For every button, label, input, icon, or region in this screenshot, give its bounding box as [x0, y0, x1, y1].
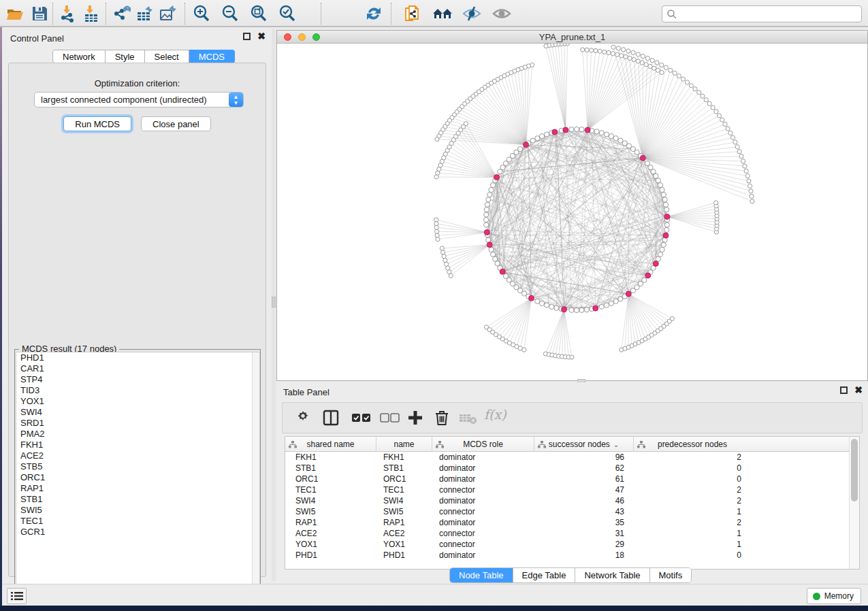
table-row[interactable]: ACE2ACE2connector311	[285, 528, 849, 539]
cell-successor_nodes: 29	[534, 539, 634, 550]
close-panel-icon[interactable]: ✖	[854, 386, 863, 394]
table-row[interactable]: TEC1TEC1connector472	[285, 484, 849, 495]
cell-mcds_role: dominator	[432, 517, 534, 528]
mcds-result-item[interactable]: RAP1	[16, 483, 259, 494]
add-column-icon[interactable]	[406, 409, 424, 428]
mcds-result-item[interactable]: ACE2	[16, 450, 259, 461]
columns-icon[interactable]	[322, 409, 340, 428]
close-panel-icon[interactable]: ✖	[257, 33, 266, 40]
homes-icon[interactable]	[432, 4, 451, 23]
network-window-titlebar[interactable]: YPA_prune.txt_1	[277, 31, 867, 44]
cell-predecessor_nodes: 0	[634, 550, 751, 561]
import-network-icon[interactable]	[59, 4, 78, 23]
delete-column-icon[interactable]	[434, 409, 450, 428]
tab-network[interactable]: Network	[52, 50, 106, 63]
eye-icon[interactable]	[492, 4, 511, 23]
column-header-shared-name[interactable]: shared name	[285, 437, 376, 452]
close-panel-button[interactable]: Close panel	[141, 116, 211, 131]
zoom-out-icon[interactable]	[221, 4, 240, 23]
table-header-row: shared namenameMCDS rolesuccessor nodes⌄…	[285, 437, 849, 452]
column-header-name[interactable]: name	[376, 437, 432, 452]
mcds-result-item[interactable]: STB5	[16, 461, 259, 472]
mcds-result-item[interactable]: SWI5	[16, 505, 259, 516]
tab-edge-table[interactable]: Edge Table	[513, 568, 576, 582]
mcds-list-scrollbar[interactable]	[252, 352, 259, 601]
table-scrollbar[interactable]	[849, 437, 859, 569]
mcds-result-item[interactable]: SWI4	[16, 407, 259, 418]
run-mcds-button[interactable]: Run MCDS	[63, 116, 131, 131]
gear-icon[interactable]	[295, 409, 311, 428]
zoom-fit-icon[interactable]	[249, 4, 268, 23]
mcds-result-item[interactable]: YOX1	[16, 396, 259, 407]
close-window-icon[interactable]	[284, 33, 291, 41]
mcds-result-item[interactable]: ORC1	[16, 472, 259, 483]
float-panel-icon[interactable]	[840, 386, 848, 394]
deselect-all-icon[interactable]	[379, 409, 401, 428]
table-body[interactable]: FKH1FKH1dominator962STB1STB1dominator620…	[285, 452, 849, 561]
tab-mcds[interactable]: MCDS	[189, 50, 235, 63]
mcds-result-item[interactable]: TEC1	[16, 516, 259, 527]
optimization-criterion-select[interactable]: largest connected component (undirected)…	[34, 92, 244, 108]
cell-mcds_role: dominator	[432, 474, 534, 484]
table-scrollbar-thumb[interactable]	[851, 439, 858, 501]
function-builder-icon[interactable]: f(x)	[484, 407, 507, 426]
select-all-icon[interactable]	[351, 409, 372, 428]
open-file-icon[interactable]	[5, 4, 25, 23]
cell-shared_name: SWI5	[285, 506, 376, 517]
table-row[interactable]: RAP1RAP1dominator352	[285, 517, 849, 528]
mcds-result-item[interactable]: PMA2	[16, 429, 259, 440]
table-row[interactable]: SWI5SWI5connector431	[285, 506, 849, 517]
table-row[interactable]: SWI4SWI4dominator462	[285, 495, 849, 506]
zoom-selected-icon[interactable]	[278, 4, 297, 23]
refresh-icon[interactable]	[364, 4, 383, 23]
maximize-window-icon[interactable]	[312, 33, 320, 41]
table-row[interactable]: YOX1YOX1connector291	[285, 539, 849, 550]
delete-table-icon[interactable]	[458, 409, 479, 428]
tab-motifs[interactable]: Motifs	[650, 568, 692, 582]
tab-node-table[interactable]: Node Table	[450, 568, 513, 582]
tab-style[interactable]: Style	[106, 50, 145, 63]
table-row[interactable]: PHD1PHD1dominator180	[285, 550, 849, 561]
column-header-MCDS-role[interactable]: MCDS role	[432, 437, 534, 452]
vertical-splitter[interactable]	[272, 29, 276, 581]
cell-successor_nodes: 31	[534, 528, 634, 539]
clone-network-icon[interactable]	[403, 4, 422, 23]
column-header-successor-nodes[interactable]: successor nodes⌄	[534, 437, 634, 452]
mcds-result-item[interactable]: PHD1	[16, 352, 259, 363]
save-session-icon[interactable]	[30, 4, 49, 23]
tab-network-table[interactable]: Network Table	[575, 568, 649, 582]
export-table-icon[interactable]	[135, 4, 154, 23]
mcds-result-item[interactable]: GCR1	[16, 527, 259, 538]
table-row[interactable]: STB1STB1dominator620	[285, 463, 849, 474]
mcds-result-item[interactable]: FKH1	[16, 440, 259, 450]
memory-label: Memory	[824, 591, 854, 601]
mcds-result-item[interactable]: STB1	[16, 494, 259, 505]
export-image-icon[interactable]	[158, 4, 177, 23]
tab-select[interactable]: Select	[145, 50, 189, 63]
eye-slash-icon[interactable]	[462, 4, 481, 23]
cell-name: ACE2	[376, 528, 432, 539]
mcds-result-item[interactable]: STP4	[16, 374, 259, 385]
network-canvas[interactable]	[277, 44, 867, 380]
mcds-result-item[interactable]: TID3	[16, 385, 259, 396]
table-row[interactable]: ORC1ORC1dominator610	[285, 474, 849, 484]
table-row[interactable]: FKH1FKH1dominator962	[285, 452, 849, 463]
float-panel-icon[interactable]	[243, 33, 251, 40]
cell-name: RAP1	[376, 517, 432, 528]
task-history-button[interactable]	[7, 588, 27, 604]
splitter-handle[interactable]	[272, 297, 276, 308]
minimize-window-icon[interactable]	[298, 33, 306, 41]
mcds-result-item[interactable]: SRD1	[16, 418, 259, 429]
zoom-in-icon[interactable]	[192, 4, 211, 23]
cell-shared_name: RAP1	[285, 517, 376, 528]
import-table-icon[interactable]	[82, 4, 101, 23]
search-input[interactable]	[677, 10, 861, 19]
memory-button[interactable]: Memory	[807, 588, 861, 604]
export-network-icon[interactable]	[112, 4, 131, 23]
column-header-predecessor-nodes[interactable]: predecessor nodes	[634, 437, 751, 452]
mcds-result-list[interactable]: PHD1CAR1STP4TID3YOX1SWI4SRD1PMA2FKH1ACE2…	[16, 352, 260, 601]
mcds-result-item[interactable]: CAR1	[16, 363, 259, 374]
network-leaf-nodes[interactable]	[434, 44, 754, 359]
cell-predecessor_nodes: 2	[634, 495, 751, 506]
search-box[interactable]	[662, 5, 862, 22]
